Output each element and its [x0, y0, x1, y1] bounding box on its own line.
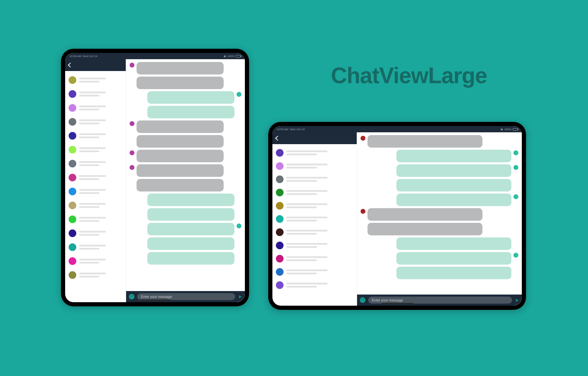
emoji-icon[interactable]	[360, 297, 365, 303]
message-input[interactable]: Enter your message	[368, 297, 512, 304]
thread-item[interactable]	[276, 199, 355, 212]
send-icon[interactable]: ➤	[515, 297, 519, 303]
send-icon[interactable]: ➤	[238, 294, 242, 299]
message-bubble[interactable]	[137, 120, 224, 133]
message-list[interactable]	[126, 59, 245, 291]
thread-item[interactable]	[69, 115, 124, 129]
message-outgoing	[130, 106, 241, 118]
thread-list[interactable]	[272, 144, 357, 306]
home-indicator[interactable]	[381, 303, 413, 304]
thread-item[interactable]	[69, 143, 124, 157]
message-bubble[interactable]	[147, 252, 234, 265]
thread-item[interactable]	[69, 87, 124, 101]
message-bubble[interactable]	[368, 208, 482, 221]
thread-item[interactable]	[276, 186, 355, 199]
back-icon[interactable]	[68, 63, 73, 68]
emoji-icon[interactable]	[129, 294, 134, 299]
message-bubble[interactable]	[147, 106, 234, 118]
avatar	[276, 189, 284, 196]
sender-avatar	[513, 194, 518, 199]
thread-item[interactable]	[276, 265, 355, 279]
message-bubble[interactable]	[396, 194, 511, 206]
message-outgoing	[130, 223, 241, 235]
avatar	[69, 90, 76, 98]
message-bubble[interactable]	[137, 179, 224, 191]
message-incoming	[361, 223, 518, 235]
thread-item[interactable]	[69, 185, 124, 198]
thread-item[interactable]	[69, 73, 124, 87]
avatar	[69, 257, 76, 265]
message-bubble[interactable]	[137, 62, 224, 75]
thread-item[interactable]	[69, 101, 124, 115]
sender-avatar	[130, 150, 134, 155]
sender-avatar	[513, 150, 518, 155]
thread-item[interactable]	[69, 171, 124, 185]
message-bubble[interactable]	[147, 237, 234, 250]
thread-item[interactable]	[276, 279, 355, 292]
thread-item[interactable]	[276, 212, 355, 226]
avatar	[69, 132, 76, 140]
avatar	[276, 149, 284, 157]
sender-avatar	[361, 209, 365, 214]
thread-item[interactable]	[69, 129, 124, 143]
sidebar	[272, 132, 357, 306]
thread-item[interactable]	[69, 254, 124, 268]
back-icon[interactable]	[275, 136, 280, 141]
home-indicator[interactable]	[139, 299, 171, 301]
avatar	[276, 202, 284, 210]
thread-item[interactable]	[69, 240, 124, 254]
thread-item[interactable]	[69, 212, 124, 226]
avatar	[276, 255, 284, 263]
message-bubble[interactable]	[147, 194, 234, 206]
device-landscape: 10:59 AM Wed Oct 14 ◉ 100% Enter your me…	[268, 122, 526, 310]
message-bubble[interactable]	[137, 77, 224, 89]
message-bubble[interactable]	[137, 135, 224, 148]
message-bubble[interactable]	[368, 135, 482, 148]
sender-avatar	[513, 165, 518, 170]
thread-item[interactable]	[276, 159, 355, 173]
message-bubble[interactable]	[368, 223, 482, 235]
message-list[interactable]	[357, 132, 522, 295]
avatar	[69, 229, 76, 237]
message-outgoing	[361, 150, 518, 162]
message-bubble[interactable]	[147, 223, 234, 235]
page-title: ChatViewLarge	[331, 63, 487, 88]
message-input[interactable]: Enter your message	[137, 293, 235, 300]
avatar	[276, 215, 284, 223]
message-outgoing	[361, 267, 518, 279]
message-bubble[interactable]	[396, 164, 511, 177]
sender-avatar	[130, 121, 134, 126]
avatar	[69, 160, 76, 167]
message-incoming	[361, 208, 518, 221]
thread-item[interactable]	[276, 173, 355, 186]
avatar	[69, 271, 76, 279]
message-outgoing	[361, 237, 518, 250]
message-bubble[interactable]	[137, 164, 224, 177]
thread-item[interactable]	[276, 239, 355, 252]
sidebar-header	[65, 59, 126, 71]
message-bubble[interactable]	[147, 208, 234, 221]
thread-item[interactable]	[69, 226, 124, 240]
avatar	[276, 281, 284, 289]
message-bubble[interactable]	[396, 252, 511, 265]
thread-item[interactable]	[69, 268, 124, 282]
message-outgoing	[130, 208, 241, 221]
message-bubble[interactable]	[396, 237, 511, 250]
message-bubble[interactable]	[147, 91, 234, 104]
thread-item[interactable]	[276, 146, 355, 159]
message-bubble[interactable]	[137, 150, 224, 162]
sidebar	[65, 59, 126, 302]
sender-avatar	[237, 92, 241, 97]
avatar	[69, 216, 76, 223]
sender-avatar	[361, 136, 365, 141]
thread-item[interactable]	[69, 198, 124, 212]
thread-item[interactable]	[276, 226, 355, 239]
thread-list[interactable]	[65, 71, 126, 302]
thread-item[interactable]	[69, 157, 124, 171]
message-bubble[interactable]	[396, 150, 511, 162]
thread-item[interactable]	[276, 252, 355, 265]
message-incoming	[361, 135, 518, 148]
message-bubble[interactable]	[396, 179, 511, 191]
message-bubble[interactable]	[396, 267, 511, 279]
device-portrait: 10:59 AM Wed Oct 14 ◉ 100% Enter your me…	[61, 49, 249, 306]
